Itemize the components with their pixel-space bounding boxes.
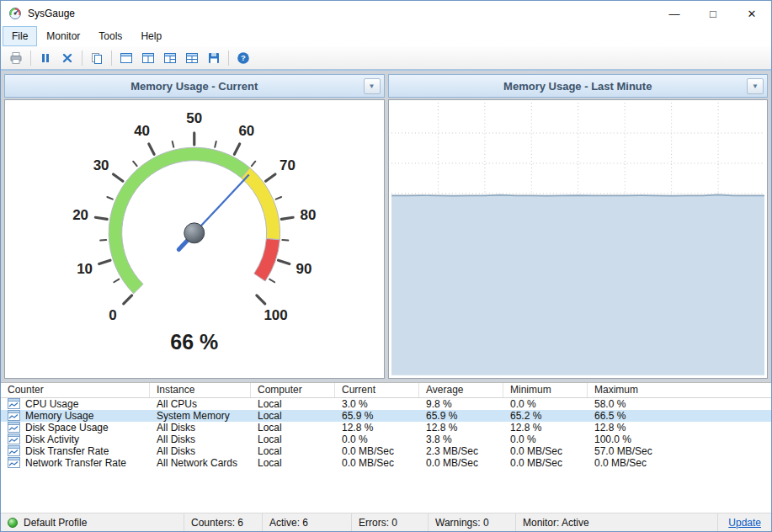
save-button[interactable] <box>203 48 225 68</box>
print-icon <box>9 51 23 65</box>
history-panel-title: Memory Usage - Last Minute <box>503 80 652 93</box>
help-button[interactable]: ? <box>232 48 254 68</box>
print-button[interactable] <box>5 48 27 68</box>
status-warnings: Warnings: 0 <box>429 513 516 531</box>
counter-cell: Disk Activity <box>1 434 150 445</box>
table-cell: 12.8 % <box>335 422 419 434</box>
status-active: Active: 6 <box>263 513 352 531</box>
status-counters: Counters: 6 <box>184 513 263 531</box>
counter-chart-icon <box>8 434 20 444</box>
table-cell: 65.9 % <box>335 410 419 422</box>
table-cell: 2.3 MB/Sec <box>419 445 503 457</box>
app-gauge-icon <box>8 7 22 20</box>
table-cell: 12.8 % <box>588 422 771 434</box>
minimize-button[interactable]: — <box>655 1 694 26</box>
table-row[interactable]: Disk ActivityAll DisksLocal0.0 %3.8 %0.0… <box>1 434 771 445</box>
counter-chart-icon <box>8 445 20 456</box>
sysgauge-window: SysGauge — □ ✕ File Monitor Tools Help <box>0 0 772 532</box>
svg-text:66 %: 66 % <box>170 330 218 354</box>
table-cell: Local <box>251 457 335 469</box>
table-row[interactable]: CPU UsageAll CPUsLocal3.0 %9.8 %0.0 %58.… <box>1 398 771 410</box>
menu-bar: File Monitor Tools Help <box>1 26 771 46</box>
column-computer[interactable]: Computer <box>251 383 335 397</box>
layout-four-icon <box>185 51 199 65</box>
counter-cell: Memory Usage <box>1 410 150 422</box>
svg-text:70: 70 <box>280 157 295 173</box>
toolbar-separator <box>111 51 112 66</box>
history-panel: Memory Usage - Last Minute ▼ <box>388 74 769 379</box>
stop-icon <box>61 51 74 65</box>
table-row[interactable]: Disk Space UsageAll DisksLocal12.8 %12.8… <box>1 422 771 434</box>
history-panel-dropdown-button[interactable]: ▼ <box>747 78 764 94</box>
menu-tools[interactable]: Tools <box>89 26 131 46</box>
memory-gauge: 010203040506070809010066 % <box>5 100 384 378</box>
counter-name: Disk Space Usage <box>25 422 109 434</box>
table-cell: 100.0 % <box>588 434 771 445</box>
column-average[interactable]: Average <box>419 383 503 397</box>
copy-button[interactable] <box>86 48 108 68</box>
svg-text:50: 50 <box>186 110 202 126</box>
table-cell: 58.0 % <box>588 398 771 410</box>
menu-file[interactable]: File <box>3 26 37 46</box>
table-row[interactable]: Memory UsageSystem MemoryLocal65.9 %65.9… <box>1 410 771 422</box>
table-cell: 0.0 MB/Sec <box>503 457 588 469</box>
layout-three-button[interactable] <box>159 48 181 68</box>
panels-area: Memory Usage - Current ▼ 010203040506070… <box>1 71 771 382</box>
table-cell: 0.0 % <box>503 398 588 410</box>
save-icon <box>207 51 221 65</box>
layout-one-button[interactable] <box>115 48 137 68</box>
toolbar-separator <box>30 51 31 66</box>
pause-button[interactable] <box>35 48 56 68</box>
table-cell: Local <box>251 422 335 434</box>
gauge-panel-title: Memory Usage - Current <box>130 80 258 93</box>
table-cell: All Network Cards <box>150 457 251 469</box>
counter-cell: Disk Transfer Rate <box>1 445 150 457</box>
layout-two-button[interactable] <box>137 48 159 68</box>
counter-cell: Disk Space Usage <box>1 422 150 434</box>
toolbar: ? <box>1 46 771 71</box>
counter-name: Network Transfer Rate <box>25 457 126 469</box>
svg-text:90: 90 <box>295 261 311 277</box>
table-cell: Local <box>251 410 335 422</box>
menu-monitor[interactable]: Monitor <box>37 26 89 46</box>
menu-help[interactable]: Help <box>131 26 171 46</box>
svg-text:30: 30 <box>93 157 109 173</box>
stop-button[interactable] <box>56 48 78 68</box>
pause-icon <box>39 51 52 65</box>
close-button[interactable]: ✕ <box>732 1 771 26</box>
title-bar: SysGauge — □ ✕ <box>1 1 771 26</box>
table-cell: Local <box>251 445 335 457</box>
column-minimum[interactable]: Minimum <box>503 383 588 397</box>
maximize-button[interactable]: □ <box>694 1 732 26</box>
window-controls: — □ ✕ <box>655 1 771 26</box>
table-cell: 0.0 % <box>335 434 419 445</box>
table-cell: 0.0 MB/Sec <box>503 445 588 457</box>
column-current[interactable]: Current <box>335 383 419 397</box>
help-icon: ? <box>237 51 250 65</box>
counter-name: Disk Activity <box>25 434 79 445</box>
counter-cell: CPU Usage <box>1 398 150 410</box>
status-bar: Default Profile Counters: 6 Active: 6 Er… <box>1 513 771 531</box>
update-link[interactable]: Update <box>728 517 761 529</box>
gauge-panel-dropdown-button[interactable]: ▼ <box>364 78 381 94</box>
column-counter[interactable]: Counter <box>1 383 150 397</box>
table-header: Counter Instance Computer Current Averag… <box>1 383 771 398</box>
table-row[interactable]: Disk Transfer RateAll DisksLocal0.0 MB/S… <box>1 445 771 457</box>
profile-label: Default Profile <box>24 517 87 529</box>
counter-chart-icon <box>8 422 20 433</box>
column-maximum[interactable]: Maximum <box>588 383 771 397</box>
svg-text:40: 40 <box>134 123 150 139</box>
column-instance[interactable]: Instance <box>150 383 251 397</box>
toolbar-separator <box>228 51 229 66</box>
counter-name: Memory Usage <box>25 410 93 422</box>
table-cell: 3.0 % <box>335 398 419 410</box>
memory-history-chart <box>391 103 765 375</box>
table-cell: Local <box>251 398 335 410</box>
table-row[interactable]: Network Transfer RateAll Network CardsLo… <box>1 457 771 469</box>
layout-four-button[interactable] <box>181 48 203 68</box>
gauge-panel-header[interactable]: Memory Usage - Current ▼ <box>4 74 385 98</box>
counters-table: Counter Instance Computer Current Averag… <box>1 382 771 513</box>
counter-chart-icon <box>8 410 20 421</box>
table-cell: 0.0 MB/Sec <box>588 457 771 469</box>
history-panel-header[interactable]: Memory Usage - Last Minute ▼ <box>388 74 769 98</box>
